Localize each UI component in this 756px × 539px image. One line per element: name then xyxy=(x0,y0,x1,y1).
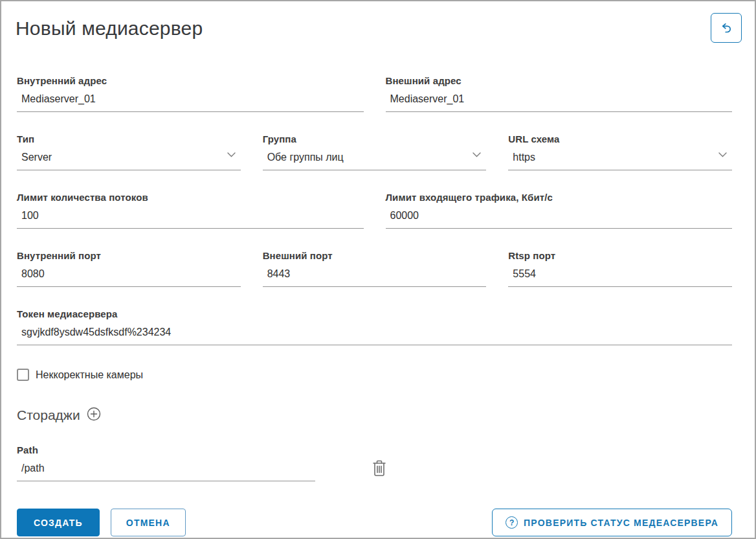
external-port-field: Внешний порт xyxy=(263,250,487,287)
internal-port-label: Внутренний порт xyxy=(17,250,241,261)
internal-port-field: Внутренний порт xyxy=(17,250,241,287)
internal-address-label: Внутренний адрес xyxy=(17,75,364,86)
form-body: Внутренний адрес Внешний адрес Тип Групп… xyxy=(1,75,755,345)
stream-limit-label: Лимит количества потоков xyxy=(17,192,364,203)
trash-icon xyxy=(372,459,386,479)
type-label: Тип xyxy=(17,133,241,144)
undo-arrow-icon xyxy=(718,20,734,36)
type-group-scheme-row: Тип Группа URL схема xyxy=(17,133,732,170)
add-storage-button[interactable] xyxy=(87,407,101,423)
traffic-limit-input[interactable] xyxy=(386,206,733,229)
stream-limit-input[interactable] xyxy=(17,206,364,229)
storages-section-header: Стораджи xyxy=(1,407,755,423)
page-header: Новый медиасервер xyxy=(1,1,755,43)
token-row: Токен медиасервера xyxy=(17,308,732,345)
storages-title: Стораджи xyxy=(17,407,80,423)
delete-storage-button[interactable] xyxy=(372,459,386,479)
type-select-field: Тип xyxy=(17,133,241,170)
external-port-input[interactable] xyxy=(263,264,487,287)
url-scheme-select[interactable] xyxy=(508,148,732,170)
stream-limit-field: Лимит количества потоков xyxy=(17,192,364,229)
check-status-button[interactable]: ? ПРОВЕРИТЬ СТАТУС МЕДЕАСЕРВЕРА xyxy=(492,509,732,536)
incorrect-cameras-row: Неккоректные камеры xyxy=(1,369,755,381)
token-input[interactable] xyxy=(17,323,732,345)
cancel-button[interactable]: ОТМЕНА xyxy=(111,509,186,536)
group-select-field: Группа xyxy=(263,133,487,170)
rtsp-port-label: Rtsp порт xyxy=(508,250,732,261)
back-button[interactable] xyxy=(711,13,742,43)
ports-row: Внутренний порт Внешний порт Rtsp порт xyxy=(17,250,732,287)
new-mediaserver-form-page: Новый медиасервер Внутренний адрес Внешн… xyxy=(0,0,756,539)
internal-address-field: Внутренний адрес xyxy=(17,75,364,112)
page-title: Новый медиасервер xyxy=(16,13,203,40)
token-field: Токен медиасервера xyxy=(17,308,732,345)
storage-item-row: Path xyxy=(1,444,755,481)
rtsp-port-field: Rtsp порт xyxy=(508,250,732,287)
check-status-label: ПРОВЕРИТЬ СТАТУС МЕДЕАСЕРВЕРА xyxy=(524,518,718,528)
path-field: Path xyxy=(17,444,315,481)
internal-address-input[interactable] xyxy=(17,89,364,112)
external-address-label: Внешний адрес xyxy=(386,75,733,86)
internal-port-input[interactable] xyxy=(17,264,241,287)
plus-circle-icon xyxy=(87,407,101,423)
incorrect-cameras-label: Неккоректные камеры xyxy=(36,369,143,381)
url-scheme-label: URL схема xyxy=(508,133,732,144)
group-label: Группа xyxy=(263,133,487,144)
token-label: Токен медиасервера xyxy=(17,308,732,319)
type-select[interactable] xyxy=(17,148,241,170)
group-select[interactable] xyxy=(263,148,487,170)
rtsp-port-input[interactable] xyxy=(508,264,732,287)
create-button[interactable]: СОЗДАТЬ xyxy=(17,509,100,536)
traffic-limit-field: Лимит входящего трафика, Кбит/с xyxy=(386,192,733,229)
url-scheme-select-field: URL схема xyxy=(508,133,732,170)
traffic-limit-label: Лимит входящего трафика, Кбит/с xyxy=(386,192,733,203)
external-address-input[interactable] xyxy=(386,89,733,112)
path-label: Path xyxy=(17,444,315,455)
address-row: Внутренний адрес Внешний адрес xyxy=(17,75,732,112)
limits-row: Лимит количества потоков Лимит входящего… xyxy=(17,192,732,229)
footer-actions: СОЗДАТЬ ОТМЕНА ? ПРОВЕРИТЬ СТАТУС МЕДЕАС… xyxy=(1,509,755,536)
question-circle-icon: ? xyxy=(506,516,518,529)
external-address-field: Внешний адрес xyxy=(386,75,733,112)
external-port-label: Внешний порт xyxy=(263,250,487,261)
path-input[interactable] xyxy=(17,459,315,481)
incorrect-cameras-checkbox[interactable] xyxy=(17,369,29,381)
